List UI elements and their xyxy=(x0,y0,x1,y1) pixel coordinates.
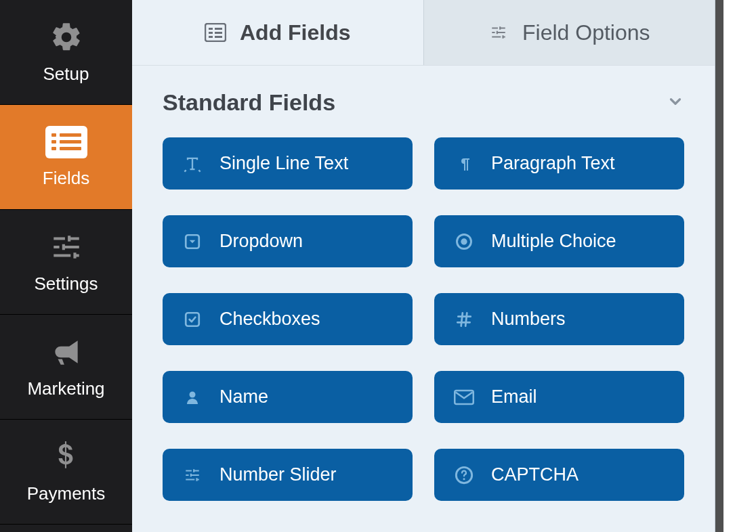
svg-rect-1 xyxy=(51,133,56,137)
field-label: Paragraph Text xyxy=(491,153,615,174)
tab-field-options[interactable]: Field Options xyxy=(423,0,715,65)
checkbox-icon xyxy=(182,311,203,328)
svg-rect-5 xyxy=(60,140,81,143)
field-label: CAPTCHA xyxy=(491,464,579,485)
svg-rect-12 xyxy=(215,32,222,34)
field-number-slider[interactable]: Number Slider xyxy=(163,449,413,501)
preview-pane xyxy=(715,0,756,532)
tab-label: Field Options xyxy=(522,20,650,45)
svg-point-16 xyxy=(461,238,467,244)
field-single-line-text[interactable]: Single Line Text xyxy=(163,137,413,190)
app-root: Setup Fields Settings Marketing Payments xyxy=(0,0,756,532)
hashtag-icon xyxy=(453,311,475,328)
svg-rect-8 xyxy=(209,28,213,30)
field-label: Email xyxy=(491,386,537,407)
sliders-icon xyxy=(488,24,509,41)
tab-add-fields[interactable]: Add Fields xyxy=(132,0,423,65)
tab-label: Add Fields xyxy=(240,20,351,45)
sidebar-item-fields[interactable]: Fields xyxy=(0,105,132,210)
field-label: Multiple Choice xyxy=(491,231,616,252)
sidebar-item-label: Setup xyxy=(43,64,89,85)
sliders-icon xyxy=(49,230,83,264)
sidebar-item-settings[interactable]: Settings xyxy=(0,210,132,315)
list-icon xyxy=(45,126,87,158)
field-label: Name xyxy=(219,386,268,407)
svg-rect-2 xyxy=(51,140,56,143)
sidebar-item-label: Marketing xyxy=(27,378,104,399)
radio-icon xyxy=(453,232,475,251)
sidebar-item-label: Payments xyxy=(27,483,106,504)
section-title: Standard Fields xyxy=(163,89,335,116)
svg-point-18 xyxy=(190,391,196,397)
svg-rect-9 xyxy=(209,32,213,34)
text-icon xyxy=(182,154,203,173)
section-header: Standard Fields xyxy=(132,66,715,137)
field-label: Checkboxes xyxy=(219,309,320,330)
envelope-icon xyxy=(453,389,475,405)
paragraph-icon xyxy=(453,154,475,173)
field-captcha[interactable]: CAPTCHA xyxy=(434,449,684,501)
sidebar-item-marketing[interactable]: Marketing xyxy=(0,315,132,420)
field-label: Single Line Text xyxy=(219,153,348,174)
field-dropdown[interactable]: Dropdown xyxy=(163,215,413,267)
sidebar-item-payments[interactable]: Payments xyxy=(0,420,132,525)
svg-rect-11 xyxy=(215,28,222,30)
dollar-icon xyxy=(53,440,80,474)
main-panel: Add Fields Field Options Standard Fields… xyxy=(132,0,715,532)
field-checkboxes[interactable]: Checkboxes xyxy=(163,293,413,345)
caret-down-square-icon xyxy=(182,233,203,250)
svg-rect-6 xyxy=(60,147,81,150)
tabs: Add Fields Field Options xyxy=(132,0,715,66)
svg-rect-10 xyxy=(209,36,213,38)
preview-canvas xyxy=(723,0,756,532)
field-multiple-choice[interactable]: Multiple Choice xyxy=(434,215,684,267)
form-icon xyxy=(205,23,226,42)
field-numbers[interactable]: Numbers xyxy=(434,293,684,345)
field-email[interactable]: Email xyxy=(434,371,684,423)
sliders-icon xyxy=(182,466,203,484)
chevron-down-icon[interactable] xyxy=(667,93,684,113)
user-icon xyxy=(182,388,203,407)
svg-rect-13 xyxy=(215,36,222,38)
sidebar-item-label: Fields xyxy=(43,168,89,189)
field-name[interactable]: Name xyxy=(163,371,413,423)
field-paragraph-text[interactable]: Paragraph Text xyxy=(434,137,684,190)
sidebar: Setup Fields Settings Marketing Payments xyxy=(0,0,132,532)
svg-point-21 xyxy=(463,478,465,480)
gear-icon xyxy=(49,20,83,54)
sidebar-item-label: Settings xyxy=(35,273,98,294)
field-label: Numbers xyxy=(491,309,566,330)
question-circle-icon xyxy=(453,466,475,485)
fields-grid: Single Line Text Paragraph Text Dropdown… xyxy=(132,137,715,528)
field-label: Dropdown xyxy=(219,231,303,252)
bullhorn-icon xyxy=(49,335,83,369)
field-label: Number Slider xyxy=(219,464,337,485)
sidebar-item-setup[interactable]: Setup xyxy=(0,0,132,105)
svg-rect-3 xyxy=(51,147,56,150)
svg-rect-4 xyxy=(60,133,81,137)
